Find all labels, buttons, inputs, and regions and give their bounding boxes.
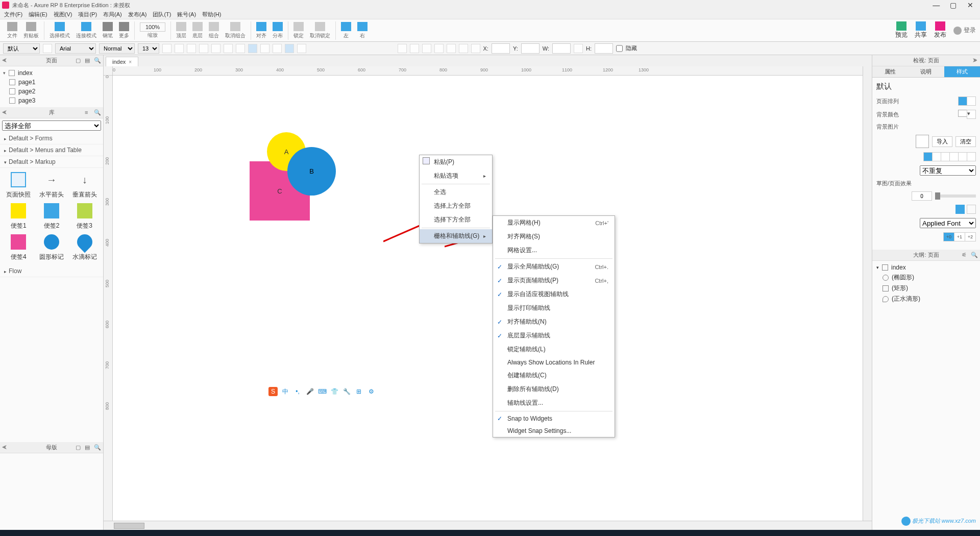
menu-view[interactable]: 视图(V) bbox=[54, 11, 72, 18]
cm-always-locations[interactable]: Always Show Locations In Ruler bbox=[493, 356, 615, 369]
tb-front[interactable]: 顶层 bbox=[176, 22, 186, 39]
bg-color-swatch[interactable] bbox=[958, 110, 967, 117]
cm-guide-settings[interactable]: 辅助线设置... bbox=[493, 396, 615, 410]
align-center-icon[interactable] bbox=[248, 44, 257, 53]
size-select[interactable]: 13 bbox=[138, 43, 159, 54]
tb-pen[interactable]: 钢笔 bbox=[103, 22, 113, 39]
lib-sticky3[interactable]: 便签3 bbox=[70, 203, 99, 230]
bold-icon[interactable] bbox=[162, 44, 172, 53]
img-align-4[interactable] bbox=[949, 152, 959, 161]
fontsize-0[interactable]: +0 bbox=[943, 232, 954, 241]
page-item-page1[interactable]: page1 bbox=[0, 78, 103, 87]
ime-tool-icon[interactable]: 🔧 bbox=[342, 387, 351, 396]
fontsize-2[interactable]: +2 bbox=[965, 232, 976, 241]
ime-cn-icon[interactable]: 中 bbox=[281, 387, 290, 396]
tb-group-btn[interactable]: 组合 bbox=[209, 22, 219, 39]
bg-color-dropdown[interactable]: ▾ bbox=[967, 110, 976, 119]
tb-preview[interactable]: 预览 bbox=[895, 21, 908, 39]
menu-file[interactable]: 文件(F) bbox=[4, 11, 22, 18]
add-master-icon[interactable]: ▢ bbox=[76, 444, 83, 451]
menu-arrange[interactable]: 布局(A) bbox=[103, 11, 122, 18]
cm-paste[interactable]: 粘贴(P) bbox=[420, 155, 492, 169]
import-button[interactable]: 导入 bbox=[932, 136, 952, 147]
tab-close-icon[interactable]: × bbox=[129, 59, 132, 65]
cm-select-above[interactable]: 选择上方全部 bbox=[420, 199, 492, 213]
ime-sogou-icon[interactable]: S bbox=[268, 387, 278, 396]
library-panel-close-icon[interactable]: ⮜ bbox=[2, 110, 7, 115]
tb-unlock[interactable]: 取消锁定 bbox=[310, 22, 330, 39]
tb-select-mode[interactable]: 选择模式 bbox=[50, 22, 70, 39]
hidden-checkbox[interactable] bbox=[616, 43, 623, 54]
img-align-6[interactable] bbox=[967, 152, 976, 161]
tb-lock[interactable]: 锁定 bbox=[293, 22, 304, 39]
h-input[interactable] bbox=[595, 43, 613, 54]
line-style-icon[interactable] bbox=[398, 44, 407, 53]
ime-settings-icon[interactable]: ⚙ bbox=[366, 387, 376, 396]
outline-search-icon[interactable]: 🔍 bbox=[971, 252, 978, 259]
canvas[interactable]: C A B 粘贴(P) 粘贴选项▸ 全选 选择上方全部 选择下方全部 栅格和辅助… bbox=[113, 76, 863, 521]
ruler-horizontal[interactable]: 0100200300400500600700800900100011001200… bbox=[113, 66, 863, 76]
gray-mode-icon[interactable] bbox=[967, 205, 976, 214]
ime-keyboard-icon[interactable]: ⌨ bbox=[317, 387, 327, 396]
ruler-vertical[interactable]: 0100200300400500600700800 bbox=[104, 76, 113, 521]
cm-grid-settings[interactable]: 网格设置... bbox=[493, 243, 615, 257]
lib-harrow[interactable]: →水平箭头 bbox=[37, 172, 66, 199]
cm-snap-grid[interactable]: 对齐网格(S) bbox=[493, 230, 615, 243]
menu-team[interactable]: 团队(T) bbox=[153, 11, 171, 18]
corner-icon[interactable] bbox=[447, 44, 456, 53]
lib-varrow[interactable]: ↓垂直箭头 bbox=[70, 172, 99, 199]
minimize-button[interactable]: — bbox=[928, 1, 944, 9]
cm-show-grid[interactable]: 显示网格(H)Ctrl+' bbox=[493, 216, 615, 230]
master-search-icon[interactable]: 🔍 bbox=[94, 444, 101, 451]
y-input[interactable] bbox=[521, 43, 540, 54]
color-mode-icon[interactable] bbox=[955, 205, 965, 214]
page-align-center[interactable] bbox=[967, 96, 976, 106]
lib-cat-markup[interactable]: ▾Default > Markup bbox=[0, 156, 103, 168]
cm-snap-guides[interactable]: ✓对齐辅助线(N) bbox=[493, 315, 615, 329]
valign-bottom-icon[interactable] bbox=[297, 44, 306, 53]
tb-publish[interactable]: 发布 bbox=[934, 21, 946, 39]
font-select[interactable]: Arial bbox=[55, 43, 96, 54]
menu-edit[interactable]: 编辑(E) bbox=[29, 11, 47, 18]
cm-widget-snap-settings[interactable]: Widget Snap Settings... bbox=[493, 425, 615, 437]
align-right-icon[interactable] bbox=[260, 44, 270, 53]
add-folder-icon[interactable]: ▤ bbox=[85, 57, 92, 64]
line-width-icon[interactable] bbox=[410, 44, 419, 53]
outline-ellipse[interactable]: (椭圆形) bbox=[872, 272, 980, 283]
cm-delete-guides[interactable]: 删除所有辅助线(D) bbox=[493, 382, 615, 396]
outline-drop[interactable]: (正水滴形) bbox=[872, 294, 980, 304]
pages-panel-close-icon[interactable]: ⮜ bbox=[2, 58, 7, 63]
tb-more[interactable]: 更多 bbox=[119, 22, 129, 39]
tab-style[interactable]: 样式 bbox=[944, 66, 980, 77]
font-select-insp[interactable]: Applied Font bbox=[920, 218, 976, 228]
library-search-icon[interactable]: 🔍 bbox=[94, 109, 101, 116]
ime-punct-icon[interactable]: •, bbox=[293, 387, 302, 396]
cm-select-below[interactable]: 选择下方全部 bbox=[420, 213, 492, 227]
text-color-icon[interactable] bbox=[199, 44, 208, 53]
img-align-3[interactable] bbox=[941, 152, 950, 161]
arrow-end-icon[interactable] bbox=[434, 44, 444, 53]
sketch-value[interactable] bbox=[912, 191, 932, 201]
scrollbar-vertical-right[interactable] bbox=[863, 76, 872, 521]
search-icon[interactable]: 🔍 bbox=[94, 57, 101, 64]
sketch-slider[interactable] bbox=[935, 194, 976, 198]
ime-skin-icon[interactable]: 👕 bbox=[330, 387, 339, 396]
library-menu-icon[interactable]: ≡ bbox=[85, 109, 92, 116]
weight-select[interactable]: Normal bbox=[99, 43, 135, 54]
img-align-2[interactable] bbox=[932, 152, 941, 161]
img-align-1[interactable] bbox=[923, 152, 933, 161]
repeat-select[interactable]: 不重复 bbox=[920, 165, 976, 176]
lib-circle-marker[interactable]: 圆形标记 bbox=[37, 234, 66, 261]
cm-lock-guides[interactable]: 锁定辅助线(L) bbox=[493, 343, 615, 356]
style-select[interactable]: 默认 bbox=[3, 43, 40, 54]
shadow-icon[interactable] bbox=[459, 44, 468, 53]
img-align-5[interactable] bbox=[958, 152, 967, 161]
maximize-button[interactable]: ▢ bbox=[946, 1, 961, 9]
tb-distribute[interactable]: 分布 bbox=[273, 22, 283, 39]
outline-rect[interactable]: (矩形) bbox=[872, 283, 980, 294]
page-item-page2[interactable]: page2 bbox=[0, 87, 103, 96]
tb-left[interactable]: 左 bbox=[341, 22, 351, 39]
tab-notes[interactable]: 说明 bbox=[908, 66, 944, 77]
valign-top-icon[interactable] bbox=[273, 44, 282, 53]
menu-publish[interactable]: 发布(A) bbox=[128, 11, 147, 18]
